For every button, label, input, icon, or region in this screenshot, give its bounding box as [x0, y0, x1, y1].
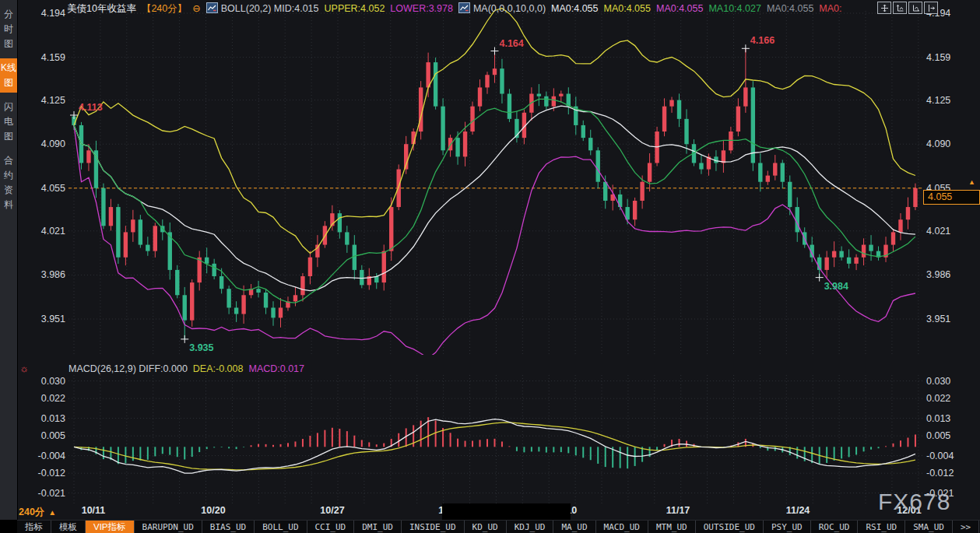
axis-label-4.159: 4.159 — [926, 52, 976, 63]
macd-dea: DEA:-0.008 — [193, 363, 244, 374]
ma0-red: MA0: — [819, 3, 841, 14]
axis-label--0.004: -0.004 — [926, 451, 976, 461]
svg-text:3.935: 3.935 — [189, 342, 213, 353]
bottom-timeframe-label: 240分▲ — [19, 506, 56, 519]
redaction-overlay — [442, 503, 571, 520]
chart-toolbar — [877, 2, 938, 14]
current-price-tag: 4.055 — [923, 190, 980, 205]
current-price-arrow-icon: ▲ — [968, 178, 975, 186]
macd-indicator-icon[interactable]: ☼ — [19, 363, 29, 374]
symbol-title: 美债10年收益率 — [67, 3, 136, 14]
ma-chart-icon[interactable] — [458, 2, 470, 13]
tab-MACD_UD[interactable]: MACD_UD — [596, 521, 648, 533]
axis-label-0.022: 0.022 — [926, 393, 976, 404]
timeframe-text: 240分 — [19, 507, 44, 517]
ma0-gray: MA0:4.055 — [767, 3, 813, 14]
bottom-tab-bar: 指标模板VIP指标BARUPDN_UDBIAS_UDBOLL_UDCCI_UDD… — [17, 520, 980, 533]
boll-chart-icon[interactable] — [206, 2, 218, 13]
svg-text:3.984: 3.984 — [824, 281, 848, 292]
x-axis-date-10/20: 10/20 — [195, 505, 231, 516]
x-axis-date-10/11: 10/11 — [76, 505, 111, 516]
tab-KD_UD[interactable]: KD_UD — [465, 521, 507, 533]
kline-chart-canvas[interactable]: 4.1134.1644.1663.9353.984 — [0, 0, 980, 533]
axis-label-4.021: 4.021 — [926, 226, 976, 237]
tab-ROC_UD[interactable]: ROC_UD — [811, 521, 859, 533]
ma-label: MA(0,0,0,10,0,0) — [473, 3, 546, 14]
axis-label-0.005: 0.005 — [926, 430, 976, 441]
left-sidebar: 分时图K线图闪电图合约资料 — [0, 0, 18, 533]
boll-upper: UPPER:4.052 — [325, 3, 385, 14]
move-tool-button[interactable] — [877, 2, 891, 14]
trading-app-window: 4.1134.1644.1663.9353.984 分时图K线图闪电图合约资料 … — [0, 0, 980, 533]
ma0-magenta: MA0:4.055 — [656, 3, 703, 14]
indicator-header: 美债10年收益率【240分】⊖BOLL(20,2) MID:4.015UPPER… — [67, 2, 848, 14]
tab-BARUPDN_UD[interactable]: BARUPDN_UD — [135, 521, 202, 533]
shift-pane-button[interactable] — [924, 2, 938, 14]
tab-DMI_UD[interactable]: DMI_UD — [354, 521, 402, 533]
boll-lower: LOWER:3.978 — [390, 3, 453, 14]
tab-INSIDE_UD[interactable]: INSIDE_UD — [402, 521, 465, 533]
x-axis-date-10/27: 10/27 — [314, 505, 350, 516]
sidebar-item-闪电图[interactable]: 闪电图 — [0, 97, 17, 146]
sidebar-item-K线图[interactable]: K线图 — [0, 58, 17, 93]
tab-BIAS_UD[interactable]: BIAS_UD — [202, 521, 255, 533]
x-axis-date-11/24: 11/24 — [780, 505, 816, 516]
x-axis-date-11/17: 11/17 — [660, 505, 696, 516]
axis-label-0.030: 0.030 — [926, 376, 976, 387]
axis-label--0.012: -0.012 — [926, 468, 976, 479]
axis-label-4.090: 4.090 — [926, 139, 976, 149]
tab-模板[interactable]: 模板 — [51, 521, 86, 533]
sidebar-item-分时图[interactable]: 分时图 — [0, 5, 17, 54]
tab->>[interactable]: >> — [953, 521, 979, 533]
tabbar-corner — [0, 520, 17, 533]
tab-指标[interactable]: 指标 — [17, 521, 51, 533]
axis-label-3.951: 3.951 — [926, 314, 976, 324]
tab-PSY_UD[interactable]: PSY_UD — [764, 521, 811, 533]
svg-text:4.113: 4.113 — [79, 102, 103, 113]
tab-RSI_UD[interactable]: RSI_UD — [858, 521, 905, 533]
ma10-green: MA10:4.027 — [708, 3, 760, 14]
macd-header: MACD(26,12,9) DIFF:0.000DEA:-0.008MACD:0… — [68, 363, 310, 374]
ma0-yellow: MA0:4.055 — [604, 3, 651, 14]
tab-KDJ_UD[interactable]: KDJ_UD — [507, 521, 554, 533]
tab-OUTSIDE_UD[interactable]: OUTSIDE_UD — [696, 521, 764, 533]
timeframe-arrow-icon: ▲ — [48, 508, 56, 517]
macd-value: MACD:0.017 — [248, 363, 304, 374]
tab-MA_UD[interactable]: MA_UD — [553, 521, 595, 533]
tab-MTM_UD[interactable]: MTM_UD — [648, 521, 696, 533]
tab-VIP指标[interactable]: VIP指标 — [86, 521, 135, 533]
collapse-icon[interactable]: ⊖ — [192, 3, 200, 14]
axis-label-3.986: 3.986 — [926, 269, 976, 280]
timeframe-badge: 【240分】 — [142, 3, 187, 14]
boll-label: BOLL(20,2) MID:4.015 — [221, 3, 319, 14]
axis-scale-right-button[interactable] — [908, 2, 922, 14]
svg-text:4.166: 4.166 — [750, 35, 775, 46]
tab-BOLL_UD[interactable]: BOLL_UD — [255, 521, 307, 533]
axis-label-0.013: 0.013 — [926, 413, 976, 424]
axis-scale-left-button[interactable] — [893, 2, 907, 14]
tab-SMA_UD[interactable]: SMA_UD — [905, 521, 953, 533]
macd-label: MACD(26,12,9) DIFF:0.000 — [68, 363, 188, 374]
svg-text:4.164: 4.164 — [499, 38, 523, 49]
fx678-watermark: FX678 — [878, 489, 950, 515]
axis-label-4.125: 4.125 — [926, 95, 976, 106]
ma0-white: MA0:4.055 — [551, 3, 598, 14]
sidebar-item-合约资料[interactable]: 合约资料 — [0, 151, 17, 215]
tab-CCI_UD[interactable]: CCI_UD — [307, 521, 355, 533]
